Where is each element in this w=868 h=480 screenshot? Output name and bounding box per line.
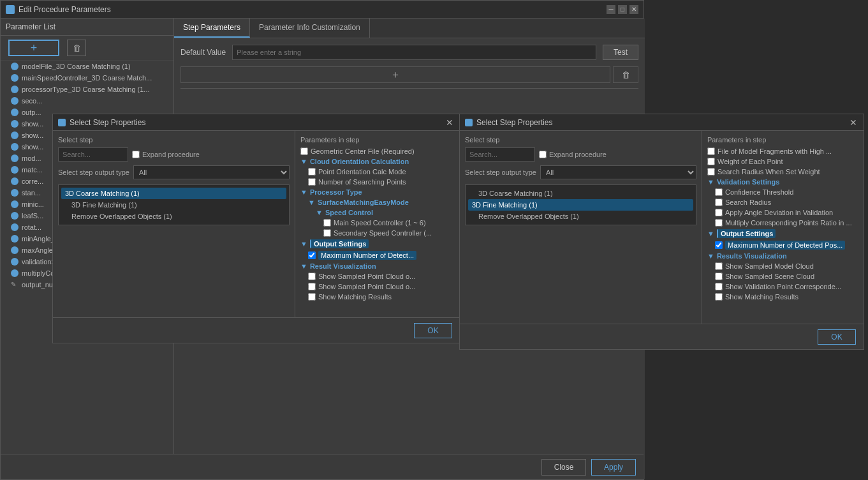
tree-item-1[interactable]: ▼ Cloud Orientation Calculation: [300, 156, 455, 167]
tree-item-12[interactable]: Show Sampled Point Cloud o...: [300, 271, 455, 281]
tree-item-5[interactable]: ▼ SurfaceMatchingEasyMode: [300, 197, 455, 207]
tree-checkbox-7[interactable]: [715, 219, 723, 227]
tree-checkbox-4[interactable]: [715, 188, 723, 196]
param-item-label-9: matc...: [22, 166, 43, 174]
tree-item-10[interactable]: Maximum Number of Detect...: [300, 250, 455, 261]
tab-step-parameters[interactable]: Step Parameters: [174, 19, 250, 38]
tree-checkbox-13[interactable]: [715, 283, 723, 290]
tree-folder-label-5: SurfaceMatchingEasyMode: [318, 199, 409, 206]
tree-item-3[interactable]: Number of Searching Points: [300, 177, 455, 187]
delete-param-button[interactable]: 🗑: [67, 40, 86, 56]
tree-item-6[interactable]: ▼ Speed Control: [300, 207, 455, 218]
tree-item-7[interactable]: Main Speed Controller (1 ~ 6): [300, 218, 455, 228]
tree-checkbox-12[interactable]: [715, 273, 723, 280]
param-list-item-0[interactable]: modelFile_3D Coarse Matching (1): [1, 61, 173, 72]
tree-item-14[interactable]: Show Matching Results: [707, 292, 858, 302]
tree-item-4[interactable]: Confidence Threshold: [707, 187, 858, 197]
dialog2-close-button[interactable]: ✕: [848, 117, 858, 128]
tree-checkbox-0[interactable]: [300, 147, 308, 155]
tree-item-0[interactable]: Geometric Center File (Required): [300, 146, 455, 156]
default-value-input[interactable]: [232, 45, 596, 60]
param-item-icon-19: ✎: [11, 281, 18, 289]
tree-folder-label-9: Output Settings: [310, 239, 369, 248]
tree-checkbox-14[interactable]: [308, 293, 316, 301]
param-item-icon-11: [11, 189, 18, 197]
tree-label-5: Search Radius: [725, 199, 771, 206]
tree-checkbox-1[interactable]: [707, 158, 715, 165]
tree-checkbox-10[interactable]: [308, 251, 316, 259]
inner-delete-button[interactable]: 🗑: [613, 66, 638, 83]
param-list-item-3[interactable]: seco...: [1, 95, 173, 107]
tree-checkbox-2[interactable]: [707, 168, 715, 176]
tree-checkbox-8[interactable]: [323, 229, 331, 237]
tree-label-0: Geometric Center File (Required): [311, 147, 415, 155]
tree-item-8[interactable]: ▼ Output Settings: [707, 228, 858, 239]
tree-label-8: Secondary Speed Controller (...: [334, 229, 432, 237]
tree-item-0[interactable]: File of Model Fragments with High ...: [707, 146, 858, 156]
dialog1-search-input[interactable]: [58, 147, 128, 161]
tree-item-8[interactable]: Secondary Speed Controller (...: [300, 228, 455, 238]
tree-label-2: Search Radius When Set Weight: [717, 168, 820, 176]
dialog2-ok-button[interactable]: OK: [818, 329, 856, 345]
tree-item-13[interactable]: Show Validation Point Corresponde...: [707, 281, 858, 292]
dialog1-params-label: Parameters in step: [300, 136, 455, 144]
param-list-item-2[interactable]: processorType_3D Coarse Matching (1...: [1, 84, 173, 95]
tree-label-1: Weight of Each Point: [717, 158, 783, 165]
tree-checkbox-6[interactable]: [715, 209, 723, 216]
dialog1-body: Select step Expand procedure Select step…: [53, 131, 460, 317]
tree-item-1[interactable]: Weight of Each Point: [707, 156, 858, 167]
tree-item-2[interactable]: Point Orientation Calc Mode: [300, 167, 455, 177]
tree-item-14[interactable]: Show Matching Results: [300, 292, 455, 302]
tree-item-12[interactable]: Show Sampled Scene Cloud: [707, 271, 858, 281]
tree-checkbox-5[interactable]: [715, 199, 723, 206]
dialog1-close-button[interactable]: ✕: [445, 117, 455, 128]
tree-item-13[interactable]: Show Sampled Point Cloud o...: [300, 281, 455, 292]
param-list-item-1[interactable]: mainSpeedController_3D Coarse Match...: [1, 72, 173, 84]
dialog1-expand-checkbox[interactable]: [132, 151, 140, 158]
dialog1-step-output-select[interactable]: All: [133, 165, 290, 179]
minimize-button[interactable]: ─: [607, 5, 615, 14]
inner-add-button[interactable]: ＋: [180, 66, 610, 83]
restore-button[interactable]: □: [618, 5, 627, 14]
dialog1-ok-button[interactable]: OK: [414, 323, 452, 338]
dialog2-params-label: Parameters in step: [707, 136, 858, 144]
tree-label-7: Main Speed Controller (1 ~ 6): [334, 219, 426, 227]
param-item-label-5: show...: [22, 120, 43, 128]
add-param-button[interactable]: +: [8, 40, 59, 56]
tree-item-9[interactable]: ▼ Output Settings: [300, 238, 455, 250]
tree-checkbox-7[interactable]: [323, 219, 331, 227]
dialog1-step-item-2[interactable]: Remove Overlapped Objects (1): [61, 211, 286, 222]
tree-item-5[interactable]: Search Radius: [707, 197, 858, 207]
test-button[interactable]: Test: [603, 45, 638, 60]
tree-checkbox-12[interactable]: [308, 273, 316, 280]
tree-item-10[interactable]: ▼ Results Visualization: [707, 251, 858, 261]
tree-checkbox-9[interactable]: [715, 241, 723, 249]
tree-item-9[interactable]: Maximum Number of Detected Pos...: [707, 239, 858, 251]
param-item-icon-14: [11, 223, 18, 231]
dialog1-select-step-label: Select step: [58, 136, 290, 144]
dialog1-search-row: Expand procedure: [58, 147, 290, 161]
tree-checkbox-2[interactable]: [308, 168, 316, 176]
close-button[interactable]: ✕: [629, 5, 638, 14]
tree-label-10: Maximum Number of Detect...: [318, 251, 416, 260]
content-area: Default Value Test ＋ 🗑: [174, 38, 645, 100]
close-main-button[interactable]: Close: [541, 459, 586, 476]
tree-item-6[interactable]: Apply Angle Deviation in Validation: [707, 207, 858, 218]
tree-checkbox-11[interactable]: [715, 262, 723, 270]
tree-checkbox-0[interactable]: [707, 147, 715, 155]
dialog1-step-item-0[interactable]: 3D Coarse Matching (1): [61, 188, 286, 199]
tree-item-11[interactable]: ▼ Result Visualization: [300, 261, 455, 271]
param-list-toolbar: + 🗑: [1, 36, 173, 61]
tree-item-11[interactable]: Show Sampled Model Cloud: [707, 261, 858, 271]
apply-main-button[interactable]: Apply: [591, 459, 636, 476]
tree-item-2[interactable]: Search Radius When Set Weight: [707, 167, 858, 177]
tree-checkbox-13[interactable]: [308, 283, 316, 290]
tree-checkbox-14[interactable]: [715, 293, 723, 301]
tree-checkbox-3[interactable]: [308, 178, 316, 186]
tab-param-info[interactable]: Parameter Info Customization: [250, 19, 370, 38]
dialog1-step-item-1[interactable]: 3D Fine Matching (1): [61, 199, 286, 211]
param-item-icon-15: [11, 235, 18, 243]
tree-item-3[interactable]: ▼ Validation Settings: [707, 177, 858, 187]
tree-item-4[interactable]: ▼ Processor Type: [300, 187, 455, 197]
tree-item-7[interactable]: Multiply Corresponding Points Ratio in .…: [707, 218, 858, 228]
